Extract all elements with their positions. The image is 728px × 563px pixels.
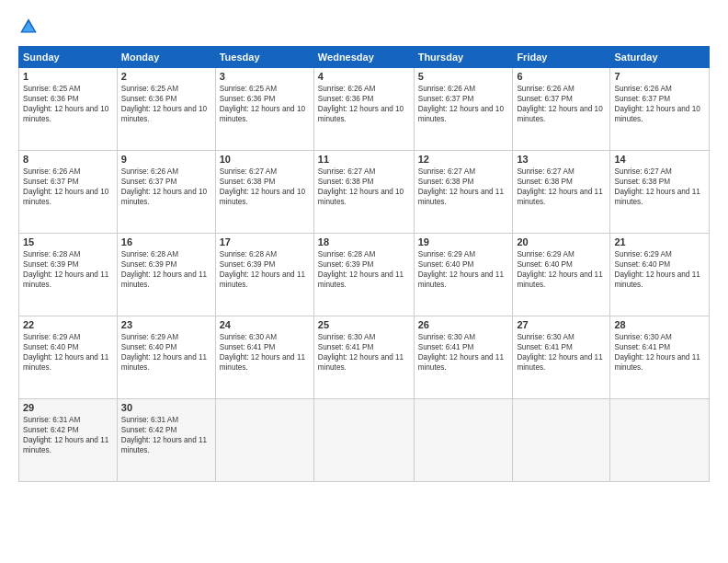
day-number: 19 xyxy=(418,236,509,247)
calendar-cell: 17Sunrise: 6:28 AMSunset: 6:39 PMDayligh… xyxy=(215,234,313,316)
day-number: 26 xyxy=(418,319,509,330)
calendar-cell: 2Sunrise: 6:25 AMSunset: 6:36 PMDaylight… xyxy=(117,68,215,151)
calendar-cell: 23Sunrise: 6:29 AMSunset: 6:40 PMDayligh… xyxy=(117,316,215,399)
calendar-cell: 11Sunrise: 6:27 AMSunset: 6:38 PMDayligh… xyxy=(313,151,414,234)
calendar-cell: 30Sunrise: 6:31 AMSunset: 6:42 PMDayligh… xyxy=(117,399,215,482)
calendar-cell xyxy=(513,399,610,482)
day-info: Sunrise: 6:25 AMSunset: 6:36 PMDaylight:… xyxy=(121,84,211,124)
header-row: Sunday Monday Tuesday Wednesday Thursday… xyxy=(19,47,710,68)
col-sunday: Sunday xyxy=(19,47,118,68)
day-info: Sunrise: 6:29 AMSunset: 6:40 PMDaylight:… xyxy=(23,332,113,373)
calendar-cell: 7Sunrise: 6:26 AMSunset: 6:37 PMDaylight… xyxy=(610,68,710,151)
calendar-cell: 25Sunrise: 6:30 AMSunset: 6:41 PMDayligh… xyxy=(313,316,414,399)
day-info: Sunrise: 6:27 AMSunset: 6:38 PMDaylight:… xyxy=(418,167,509,207)
day-number: 29 xyxy=(23,402,113,413)
day-number: 8 xyxy=(23,154,113,165)
day-number: 4 xyxy=(318,71,410,82)
calendar-cell: 5Sunrise: 6:26 AMSunset: 6:37 PMDaylight… xyxy=(414,68,513,151)
day-number: 12 xyxy=(418,154,509,165)
calendar-cell: 29Sunrise: 6:31 AMSunset: 6:42 PMDayligh… xyxy=(19,399,118,482)
day-info: Sunrise: 6:28 AMSunset: 6:39 PMDaylight:… xyxy=(220,249,310,290)
day-info: Sunrise: 6:27 AMSunset: 6:38 PMDaylight:… xyxy=(220,167,310,207)
col-wednesday: Wednesday xyxy=(313,47,414,68)
calendar-cell xyxy=(414,399,513,482)
calendar-body: 1Sunrise: 6:25 AMSunset: 6:36 PMDaylight… xyxy=(19,68,710,482)
day-number: 25 xyxy=(318,319,410,330)
week-row-4: 22Sunrise: 6:29 AMSunset: 6:40 PMDayligh… xyxy=(19,316,710,399)
week-row-1: 1Sunrise: 6:25 AMSunset: 6:36 PMDaylight… xyxy=(19,68,710,151)
calendar-cell: 22Sunrise: 6:29 AMSunset: 6:40 PMDayligh… xyxy=(19,316,118,399)
day-info: Sunrise: 6:28 AMSunset: 6:39 PMDaylight:… xyxy=(23,249,113,290)
calendar-cell: 10Sunrise: 6:27 AMSunset: 6:38 PMDayligh… xyxy=(215,151,313,234)
page: Sunday Monday Tuesday Wednesday Thursday… xyxy=(0,0,728,563)
day-info: Sunrise: 6:26 AMSunset: 6:37 PMDaylight:… xyxy=(23,167,113,207)
calendar-table: Sunday Monday Tuesday Wednesday Thursday… xyxy=(18,46,710,482)
day-number: 28 xyxy=(614,319,705,330)
week-row-3: 15Sunrise: 6:28 AMSunset: 6:39 PMDayligh… xyxy=(19,234,710,316)
col-saturday: Saturday xyxy=(610,47,710,68)
col-thursday: Thursday xyxy=(414,47,513,68)
calendar-cell: 27Sunrise: 6:30 AMSunset: 6:41 PMDayligh… xyxy=(513,316,610,399)
header xyxy=(18,17,710,37)
col-monday: Monday xyxy=(117,47,215,68)
calendar-cell: 18Sunrise: 6:28 AMSunset: 6:39 PMDayligh… xyxy=(313,234,414,316)
logo xyxy=(18,17,42,37)
calendar-cell: 14Sunrise: 6:27 AMSunset: 6:38 PMDayligh… xyxy=(610,151,710,234)
calendar-cell: 12Sunrise: 6:27 AMSunset: 6:38 PMDayligh… xyxy=(414,151,513,234)
day-info: Sunrise: 6:26 AMSunset: 6:37 PMDaylight:… xyxy=(517,84,606,124)
day-info: Sunrise: 6:31 AMSunset: 6:42 PMDaylight:… xyxy=(121,415,211,455)
calendar-cell: 26Sunrise: 6:30 AMSunset: 6:41 PMDayligh… xyxy=(414,316,513,399)
day-info: Sunrise: 6:30 AMSunset: 6:41 PMDaylight:… xyxy=(418,332,509,373)
calendar-cell: 3Sunrise: 6:25 AMSunset: 6:36 PMDaylight… xyxy=(215,68,313,151)
day-info: Sunrise: 6:29 AMSunset: 6:40 PMDaylight:… xyxy=(418,249,509,290)
day-info: Sunrise: 6:29 AMSunset: 6:40 PMDaylight:… xyxy=(614,249,705,290)
calendar-cell: 13Sunrise: 6:27 AMSunset: 6:38 PMDayligh… xyxy=(513,151,610,234)
day-info: Sunrise: 6:25 AMSunset: 6:36 PMDaylight:… xyxy=(23,84,113,124)
day-number: 30 xyxy=(121,402,211,413)
day-info: Sunrise: 6:27 AMSunset: 6:38 PMDaylight:… xyxy=(318,167,410,207)
calendar-cell: 9Sunrise: 6:26 AMSunset: 6:37 PMDaylight… xyxy=(117,151,215,234)
day-info: Sunrise: 6:29 AMSunset: 6:40 PMDaylight:… xyxy=(517,249,606,290)
day-number: 9 xyxy=(121,154,211,165)
calendar-cell xyxy=(610,399,710,482)
col-friday: Friday xyxy=(513,47,610,68)
calendar-cell xyxy=(313,399,414,482)
day-number: 14 xyxy=(614,154,705,165)
day-number: 5 xyxy=(418,71,509,82)
day-number: 15 xyxy=(23,236,113,247)
day-number: 20 xyxy=(517,236,606,247)
calendar-header: Sunday Monday Tuesday Wednesday Thursday… xyxy=(19,47,710,68)
calendar-cell: 1Sunrise: 6:25 AMSunset: 6:36 PMDaylight… xyxy=(19,68,118,151)
day-info: Sunrise: 6:25 AMSunset: 6:36 PMDaylight:… xyxy=(220,84,310,124)
day-info: Sunrise: 6:29 AMSunset: 6:40 PMDaylight:… xyxy=(121,332,211,373)
calendar-cell xyxy=(215,399,313,482)
day-number: 11 xyxy=(318,154,410,165)
day-number: 17 xyxy=(220,236,310,247)
day-info: Sunrise: 6:26 AMSunset: 6:37 PMDaylight:… xyxy=(418,84,509,124)
day-number: 24 xyxy=(220,319,310,330)
calendar-cell: 8Sunrise: 6:26 AMSunset: 6:37 PMDaylight… xyxy=(19,151,118,234)
week-row-2: 8Sunrise: 6:26 AMSunset: 6:37 PMDaylight… xyxy=(19,151,710,234)
day-number: 18 xyxy=(318,236,410,247)
calendar-cell: 6Sunrise: 6:26 AMSunset: 6:37 PMDaylight… xyxy=(513,68,610,151)
day-info: Sunrise: 6:26 AMSunset: 6:37 PMDaylight:… xyxy=(121,167,211,207)
day-info: Sunrise: 6:27 AMSunset: 6:38 PMDaylight:… xyxy=(517,167,606,207)
calendar-cell: 24Sunrise: 6:30 AMSunset: 6:41 PMDayligh… xyxy=(215,316,313,399)
day-number: 27 xyxy=(517,319,606,330)
day-number: 10 xyxy=(220,154,310,165)
col-tuesday: Tuesday xyxy=(215,47,313,68)
calendar-cell: 15Sunrise: 6:28 AMSunset: 6:39 PMDayligh… xyxy=(19,234,118,316)
calendar-cell: 4Sunrise: 6:26 AMSunset: 6:36 PMDaylight… xyxy=(313,68,414,151)
day-number: 7 xyxy=(614,71,705,82)
day-number: 22 xyxy=(23,319,113,330)
day-number: 2 xyxy=(121,71,211,82)
day-info: Sunrise: 6:28 AMSunset: 6:39 PMDaylight:… xyxy=(318,249,410,290)
day-number: 1 xyxy=(23,71,113,82)
day-info: Sunrise: 6:27 AMSunset: 6:38 PMDaylight:… xyxy=(614,167,705,207)
calendar-cell: 20Sunrise: 6:29 AMSunset: 6:40 PMDayligh… xyxy=(513,234,610,316)
day-number: 6 xyxy=(517,71,606,82)
calendar-cell: 19Sunrise: 6:29 AMSunset: 6:40 PMDayligh… xyxy=(414,234,513,316)
day-info: Sunrise: 6:28 AMSunset: 6:39 PMDaylight:… xyxy=(121,249,211,290)
day-info: Sunrise: 6:30 AMSunset: 6:41 PMDaylight:… xyxy=(614,332,705,373)
logo-icon xyxy=(18,17,39,37)
